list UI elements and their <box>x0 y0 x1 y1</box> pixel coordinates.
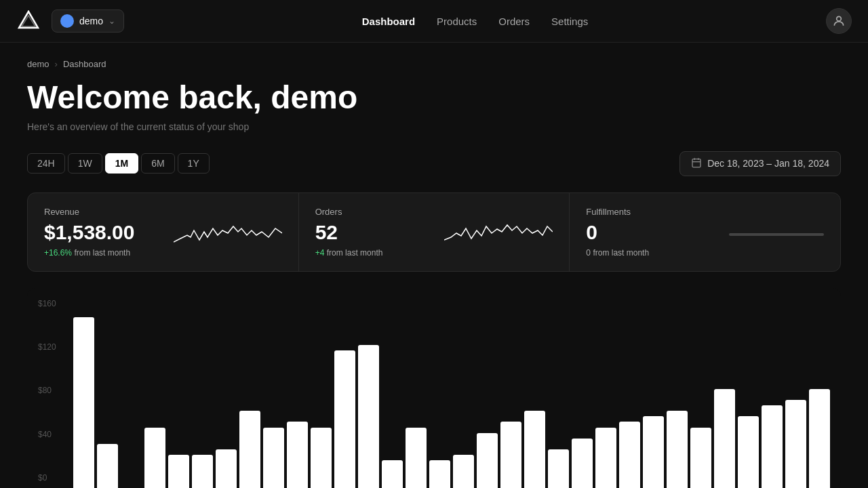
breadcrumb-root[interactable]: demo <box>27 59 50 69</box>
chart-bar <box>168 455 189 488</box>
chart-bar <box>762 405 783 488</box>
revenue-change: +16.6% from last month <box>44 248 134 258</box>
y-label-120: $120 <box>38 342 56 352</box>
chart-bar <box>714 389 735 488</box>
logo-icon[interactable] <box>16 9 41 33</box>
revenue-label: Revenue <box>44 207 134 217</box>
nav-item-settings[interactable]: Settings <box>551 16 588 27</box>
chart-bar <box>690 428 711 488</box>
orders-change-label: from last month <box>327 248 383 258</box>
date-range-picker[interactable]: Dec 18, 2023 – Jan 18, 2024 <box>679 151 841 176</box>
fulfillments-label: Fulfillments <box>586 207 649 217</box>
chart-bar <box>667 411 688 488</box>
stat-card-revenue: Revenue $1,538.00 +16.6% from last month <box>28 193 299 271</box>
chart-bar <box>619 422 640 488</box>
orders-value: 52 <box>315 221 383 244</box>
time-btn-6m[interactable]: 6M <box>141 153 174 174</box>
chart-bar <box>192 455 213 488</box>
header-left: demo ⌄ <box>16 9 124 33</box>
user-avatar-button[interactable] <box>826 8 852 34</box>
time-btn-1y[interactable]: 1Y <box>178 153 210 174</box>
breadcrumb: demo › Dashboard <box>27 59 841 69</box>
chart-y-axis: $160 $120 $80 $40 $0 <box>38 299 56 488</box>
chart-bar <box>144 428 165 488</box>
nav-item-dashboard[interactable]: Dashboard <box>362 16 415 27</box>
chart-bar <box>500 422 521 488</box>
chart-bar <box>239 411 260 488</box>
chevron-down-icon: ⌄ <box>108 16 115 26</box>
fulfillments-change-value: 0 <box>586 248 591 258</box>
stat-card-fulfillments-info: Fulfillments 0 0 from last month <box>586 207 649 258</box>
time-btn-24h[interactable]: 24H <box>27 153 65 174</box>
chart-bar <box>548 449 569 488</box>
time-btn-1m[interactable]: 1M <box>105 153 138 174</box>
chart-bar <box>287 422 308 488</box>
chart-bar <box>216 449 237 488</box>
orders-label: Orders <box>315 207 383 217</box>
y-label-160: $160 <box>38 299 56 308</box>
chart-bar <box>643 416 664 488</box>
store-name: demo <box>79 16 103 26</box>
breadcrumb-current: Dashboard <box>63 59 106 69</box>
time-filter-row: 24H 1W 1M 6M 1Y Dec 18, 2023 – Jan 18, 2… <box>27 151 841 176</box>
chart-bar <box>358 345 379 488</box>
svg-point-2 <box>837 16 842 21</box>
stat-card-revenue-info: Revenue $1,538.00 +16.6% from last month <box>44 207 134 258</box>
revenue-change-value: +16.6% <box>44 248 72 258</box>
chart-bar <box>73 317 94 488</box>
orders-sparkline <box>444 211 553 252</box>
chart-bar <box>334 350 355 488</box>
chart-bar <box>809 389 830 488</box>
chart-bar <box>785 400 806 488</box>
chart-bar <box>429 460 450 488</box>
fulfillments-value: 0 <box>586 221 649 244</box>
chart-bar <box>524 411 545 488</box>
store-avatar <box>60 14 74 28</box>
y-label-40: $40 <box>38 430 56 439</box>
chart-bar <box>311 428 332 488</box>
page-title: Welcome back, demo <box>27 80 841 116</box>
calendar-icon <box>691 157 702 170</box>
revenue-change-label: from last month <box>74 248 130 258</box>
fulfillments-change-label: from last month <box>593 248 649 258</box>
store-selector[interactable]: demo ⌄ <box>52 9 124 33</box>
stat-cards: Revenue $1,538.00 +16.6% from last month… <box>27 192 841 272</box>
chart-bar <box>572 439 593 488</box>
page-subtitle: Here's an overview of the current status… <box>27 121 841 132</box>
nav-item-products[interactable]: Products <box>437 16 477 27</box>
revenue-value: $1,538.00 <box>44 221 134 244</box>
stat-card-fulfillments: Fulfillments 0 0 from last month <box>570 193 840 271</box>
svg-rect-3 <box>692 159 701 167</box>
chart-bar <box>263 428 284 488</box>
stat-card-orders: Orders 52 +4 from last month <box>299 193 570 271</box>
stat-card-orders-info: Orders 52 +4 from last month <box>315 207 383 258</box>
chart-bar <box>97 444 118 488</box>
nav-item-orders[interactable]: Orders <box>498 16 530 27</box>
date-range-label: Dec 18, 2023 – Jan 18, 2024 <box>707 158 829 169</box>
fulfillments-sparkline <box>729 233 824 236</box>
y-label-80: $80 <box>38 386 56 395</box>
time-filter-group: 24H 1W 1M 6M 1Y <box>27 153 210 174</box>
fulfillments-change: 0 from last month <box>586 248 649 258</box>
revenue-chart: $160 $120 $80 $40 $0 <box>27 288 841 488</box>
time-btn-1w[interactable]: 1W <box>68 153 102 174</box>
chart-bar <box>738 416 759 488</box>
main-content: demo › Dashboard Welcome back, demo Here… <box>0 43 868 488</box>
chart-bars <box>73 299 830 488</box>
y-label-0: $0 <box>38 473 56 483</box>
breadcrumb-separator: › <box>55 59 58 69</box>
header: demo ⌄ Dashboard Products Orders Setting… <box>0 0 868 43</box>
chart-bar <box>382 460 403 488</box>
chart-bar <box>406 428 427 488</box>
main-nav: Dashboard Products Orders Settings <box>362 16 589 27</box>
chart-bar <box>595 428 616 488</box>
chart-bar <box>477 433 498 488</box>
revenue-sparkline <box>174 211 282 252</box>
chart-bar <box>453 455 474 488</box>
orders-change-value: +4 <box>315 248 325 258</box>
orders-change: +4 from last month <box>315 248 383 258</box>
